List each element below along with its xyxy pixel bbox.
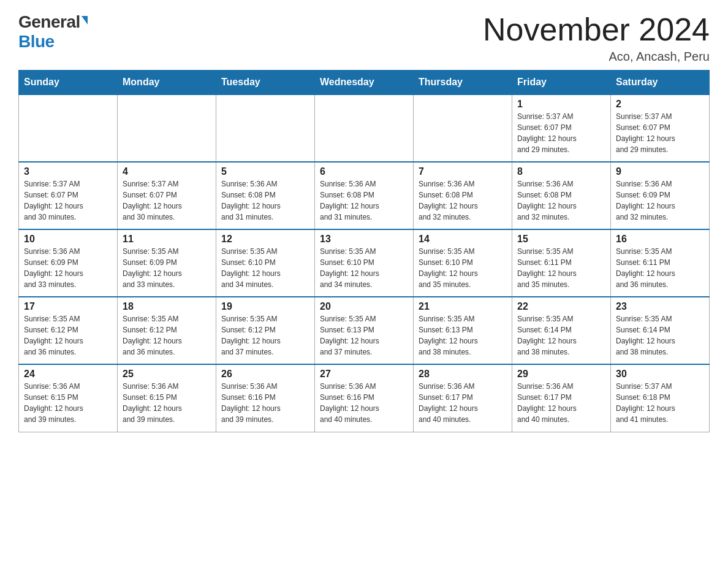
day-info: Sunrise: 5:36 AMSunset: 6:08 PMDaylight:… (517, 178, 605, 223)
day-number: 11 (123, 234, 211, 245)
header-friday: Friday (512, 71, 611, 95)
day-number: 1 (517, 99, 605, 110)
day-info: Sunrise: 5:36 AMSunset: 6:15 PMDaylight:… (24, 381, 112, 425)
day-info: Sunrise: 5:35 AMSunset: 6:10 PMDaylight:… (221, 246, 309, 290)
day-number: 6 (320, 166, 408, 177)
calendar-header-row: SundayMondayTuesdayWednesdayThursdayFrid… (19, 71, 710, 95)
calendar-cell: 23Sunrise: 5:35 AMSunset: 6:14 PMDayligh… (611, 297, 710, 364)
location: Aco, Ancash, Peru (483, 50, 710, 64)
day-info: Sunrise: 5:37 AMSunset: 6:07 PMDaylight:… (24, 178, 112, 223)
day-info: Sunrise: 5:35 AMSunset: 6:10 PMDaylight:… (320, 246, 408, 290)
calendar-cell: 29Sunrise: 5:36 AMSunset: 6:17 PMDayligh… (512, 364, 611, 432)
day-number: 15 (517, 234, 605, 245)
calendar-cell: 10Sunrise: 5:36 AMSunset: 6:09 PMDayligh… (19, 229, 118, 297)
calendar-cell: 1Sunrise: 5:37 AMSunset: 6:07 PMDaylight… (512, 94, 611, 162)
logo-blue: Blue (18, 32, 55, 52)
calendar-week-5: 24Sunrise: 5:36 AMSunset: 6:15 PMDayligh… (19, 364, 710, 432)
calendar-week-2: 3Sunrise: 5:37 AMSunset: 6:07 PMDaylight… (19, 162, 710, 229)
day-number: 25 (123, 369, 211, 380)
day-info: Sunrise: 5:36 AMSunset: 6:08 PMDaylight:… (221, 178, 309, 223)
day-info: Sunrise: 5:35 AMSunset: 6:12 PMDaylight:… (221, 313, 309, 358)
logo-arrow-icon (82, 16, 88, 25)
day-number: 18 (123, 301, 211, 312)
calendar-cell (118, 94, 216, 162)
day-number: 19 (221, 301, 309, 312)
day-info: Sunrise: 5:35 AMSunset: 6:12 PMDaylight:… (123, 313, 211, 358)
day-info: Sunrise: 5:35 AMSunset: 6:14 PMDaylight:… (517, 313, 605, 358)
calendar-cell: 9Sunrise: 5:36 AMSunset: 6:09 PMDaylight… (611, 162, 710, 229)
day-number: 26 (221, 369, 309, 380)
title-area: November 2024 Aco, Ancash, Peru (483, 12, 710, 64)
calendar-cell: 13Sunrise: 5:35 AMSunset: 6:10 PMDayligh… (315, 229, 414, 297)
day-number: 29 (517, 369, 605, 380)
day-info: Sunrise: 5:37 AMSunset: 6:18 PMDaylight:… (616, 381, 704, 425)
day-info: Sunrise: 5:35 AMSunset: 6:14 PMDaylight:… (616, 313, 704, 358)
day-info: Sunrise: 5:36 AMSunset: 6:17 PMDaylight:… (419, 381, 507, 425)
day-info: Sunrise: 5:36 AMSunset: 6:09 PMDaylight:… (24, 246, 112, 290)
day-number: 17 (24, 301, 112, 312)
day-info: Sunrise: 5:36 AMSunset: 6:08 PMDaylight:… (320, 178, 408, 223)
calendar-week-1: 1Sunrise: 5:37 AMSunset: 6:07 PMDaylight… (19, 94, 710, 162)
day-number: 8 (517, 166, 605, 177)
header-wednesday: Wednesday (315, 71, 414, 95)
day-info: Sunrise: 5:35 AMSunset: 6:13 PMDaylight:… (419, 313, 507, 358)
calendar-cell: 16Sunrise: 5:35 AMSunset: 6:11 PMDayligh… (611, 229, 710, 297)
calendar-week-3: 10Sunrise: 5:36 AMSunset: 6:09 PMDayligh… (19, 229, 710, 297)
day-info: Sunrise: 5:36 AMSunset: 6:16 PMDaylight:… (320, 381, 408, 425)
calendar-cell: 30Sunrise: 5:37 AMSunset: 6:18 PMDayligh… (611, 364, 710, 432)
calendar-cell: 20Sunrise: 5:35 AMSunset: 6:13 PMDayligh… (315, 297, 414, 364)
day-info: Sunrise: 5:36 AMSunset: 6:17 PMDaylight:… (517, 381, 605, 425)
calendar-cell: 12Sunrise: 5:35 AMSunset: 6:10 PMDayligh… (216, 229, 315, 297)
day-number: 2 (616, 99, 704, 110)
calendar-cell: 24Sunrise: 5:36 AMSunset: 6:15 PMDayligh… (19, 364, 118, 432)
header-saturday: Saturday (611, 71, 710, 95)
day-number: 28 (419, 369, 507, 380)
logo-general: General (18, 12, 80, 32)
logo: General Blue (18, 12, 88, 52)
day-number: 9 (616, 166, 704, 177)
day-number: 30 (616, 369, 704, 380)
calendar-cell: 19Sunrise: 5:35 AMSunset: 6:12 PMDayligh… (216, 297, 315, 364)
calendar-cell: 3Sunrise: 5:37 AMSunset: 6:07 PMDaylight… (19, 162, 118, 229)
day-number: 10 (24, 234, 112, 245)
day-number: 5 (221, 166, 309, 177)
calendar-week-4: 17Sunrise: 5:35 AMSunset: 6:12 PMDayligh… (19, 297, 710, 364)
day-info: Sunrise: 5:37 AMSunset: 6:07 PMDaylight:… (616, 111, 704, 155)
calendar-cell: 28Sunrise: 5:36 AMSunset: 6:17 PMDayligh… (414, 364, 512, 432)
day-number: 14 (419, 234, 507, 245)
calendar-cell: 7Sunrise: 5:36 AMSunset: 6:08 PMDaylight… (414, 162, 512, 229)
day-number: 22 (517, 301, 605, 312)
calendar-cell: 14Sunrise: 5:35 AMSunset: 6:10 PMDayligh… (414, 229, 512, 297)
header-tuesday: Tuesday (216, 71, 315, 95)
day-info: Sunrise: 5:35 AMSunset: 6:09 PMDaylight:… (123, 246, 211, 290)
day-info: Sunrise: 5:36 AMSunset: 6:08 PMDaylight:… (419, 178, 507, 223)
header-sunday: Sunday (19, 71, 118, 95)
calendar-cell (19, 94, 118, 162)
calendar-cell (315, 94, 414, 162)
day-number: 20 (320, 301, 408, 312)
day-number: 13 (320, 234, 408, 245)
calendar-cell: 17Sunrise: 5:35 AMSunset: 6:12 PMDayligh… (19, 297, 118, 364)
page-header: General Blue November 2024 Aco, Ancash, … (18, 12, 710, 64)
calendar-cell (414, 94, 512, 162)
calendar-cell: 5Sunrise: 5:36 AMSunset: 6:08 PMDaylight… (216, 162, 315, 229)
calendar-cell: 11Sunrise: 5:35 AMSunset: 6:09 PMDayligh… (118, 229, 216, 297)
calendar-cell (216, 94, 315, 162)
day-number: 7 (419, 166, 507, 177)
day-info: Sunrise: 5:36 AMSunset: 6:16 PMDaylight:… (221, 381, 309, 425)
calendar-cell: 21Sunrise: 5:35 AMSunset: 6:13 PMDayligh… (414, 297, 512, 364)
day-info: Sunrise: 5:35 AMSunset: 6:12 PMDaylight:… (24, 313, 112, 358)
calendar-cell: 15Sunrise: 5:35 AMSunset: 6:11 PMDayligh… (512, 229, 611, 297)
day-number: 23 (616, 301, 704, 312)
calendar-cell: 18Sunrise: 5:35 AMSunset: 6:12 PMDayligh… (118, 297, 216, 364)
header-thursday: Thursday (414, 71, 512, 95)
calendar-cell: 27Sunrise: 5:36 AMSunset: 6:16 PMDayligh… (315, 364, 414, 432)
day-info: Sunrise: 5:35 AMSunset: 6:13 PMDaylight:… (320, 313, 408, 358)
calendar-cell: 2Sunrise: 5:37 AMSunset: 6:07 PMDaylight… (611, 94, 710, 162)
calendar-cell: 26Sunrise: 5:36 AMSunset: 6:16 PMDayligh… (216, 364, 315, 432)
day-number: 12 (221, 234, 309, 245)
day-info: Sunrise: 5:37 AMSunset: 6:07 PMDaylight:… (123, 178, 211, 223)
calendar-cell: 8Sunrise: 5:36 AMSunset: 6:08 PMDaylight… (512, 162, 611, 229)
day-number: 16 (616, 234, 704, 245)
calendar-table: SundayMondayTuesdayWednesdayThursdayFrid… (18, 70, 710, 432)
